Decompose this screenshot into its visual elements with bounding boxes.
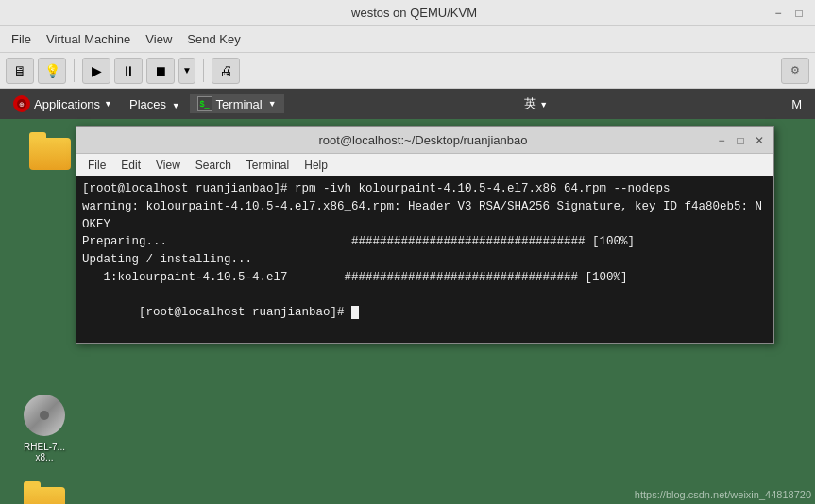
term-line-5: [root@localhost ruanjianbao]# [82, 287, 768, 340]
watermark: https://blog.csdn.net/weixin_44818720 [635, 489, 811, 500]
toolbar-right-spacer: ⚙ [781, 58, 809, 84]
terminal-minimize-button[interactable]: − [715, 134, 728, 147]
terminal-close-button[interactable]: ✕ [753, 134, 766, 147]
applications-chevron-icon: ▼ [104, 99, 112, 109]
cd-icon [22, 393, 67, 438]
terminal-maximize-button[interactable]: □ [734, 134, 747, 147]
toolbar-pause-button[interactable]: ⏸ [114, 58, 143, 84]
vm-titlebar: westos on QEMU/KVM − □ [0, 0, 815, 26]
term-menu-help[interactable]: Help [297, 157, 335, 174]
term-line-2: Preparing... ###########################… [82, 233, 768, 251]
toolbar-play-button[interactable]: ▶ [82, 58, 110, 84]
toolbar-extra-button[interactable]: ⚙ [781, 58, 809, 84]
terminal-icon: $_ [197, 96, 212, 111]
terminal-titlebar: root@localhost:~/Desktop/ruanjianbao − □… [76, 127, 773, 154]
terminal-title: root@localhost:~/Desktop/ruanjianbao [131, 133, 715, 147]
term-line-4: 1:kolourpaint-4.10.5-4.el7 #############… [82, 269, 768, 287]
term-menu-search[interactable]: Search [188, 157, 239, 174]
vm-title: westos on QEMU/KVM [57, 6, 772, 20]
terminal-menubar: File Edit View Search Terminal Help [76, 154, 773, 176]
desktop-icon-folder-2[interactable] [11, 478, 77, 504]
vm-menubar: File Virtual Machine View Send Key [0, 26, 815, 53]
panel-lang[interactable]: 英 ▼ [517, 93, 556, 114]
toolbar-sep-2 [203, 59, 204, 82]
lang-label: 英 [524, 96, 536, 110]
vm-menu-view[interactable]: View [138, 30, 179, 48]
terminal-window: root@localhost:~/Desktop/ruanjianbao − □… [76, 126, 774, 344]
guest-panel: ⊕ Applications ▼ Places ▼ $_ Terminal ▼ … [0, 89, 815, 119]
vm-maximize-button[interactable]: □ [792, 7, 806, 20]
vm-menu-file[interactable]: File [4, 30, 39, 48]
vm-menu-sendkey[interactable]: Send Key [179, 30, 247, 48]
terminal-label: Terminal [216, 97, 263, 111]
term-line-3: Updating / installing... [82, 251, 768, 269]
toolbar-stop-button[interactable]: ⏹ [146, 58, 175, 84]
term-menu-edit[interactable]: Edit [113, 157, 148, 174]
cd-disc [24, 395, 65, 436]
desktop-icon-folder-1[interactable] [17, 128, 83, 174]
panel-places-menu[interactable]: Places ▼ [122, 95, 188, 113]
panel-applications-menu[interactable]: ⊕ Applications ▼ [6, 93, 120, 114]
places-label: Places [129, 97, 166, 111]
desktop-icon-cd[interactable]: RHEL-7...x8... [11, 393, 77, 462]
vm-toolbar: 🖥 💡 ▶ ⏸ ⏹ ▼ 🖨 ⚙ [0, 53, 815, 89]
term-menu-view[interactable]: View [148, 157, 188, 174]
toolbar-sep-1 [74, 59, 75, 82]
svg-text:⊕: ⊕ [19, 101, 25, 108]
term-menu-terminal[interactable]: Terminal [239, 157, 297, 174]
toolbar-screen-button[interactable]: 🖥 [6, 58, 34, 84]
terminal-controls: − □ ✕ [715, 134, 766, 147]
term-line-1: warning: kolourpaint-4.10.5-4.el7.x86_64… [82, 198, 768, 234]
places-chevron-icon: ▼ [172, 101, 180, 110]
folder-icon-2 [22, 478, 67, 504]
panel-extra-label: M [791, 97, 802, 111]
term-line-0: [root@localhost ruanjianbao]# rpm -ivh k… [82, 180, 768, 198]
vm-window-controls: − □ [772, 7, 815, 20]
vm-menu-virtualmachine[interactable]: Virtual Machine [39, 30, 138, 48]
applications-label: Applications [34, 97, 100, 111]
folder-body [29, 138, 71, 170]
toolbar-dropdown-button[interactable]: ▼ [178, 58, 195, 84]
applications-icon: ⊕ [13, 95, 30, 112]
cd-label: RHEL-7...x8... [24, 442, 65, 462]
folder-body-2 [24, 487, 65, 504]
terminal-content[interactable]: [root@localhost ruanjianbao]# rpm -ivh k… [76, 176, 773, 343]
toolbar-screenshot-button[interactable]: 🖨 [212, 58, 240, 84]
folder-icon-1 [27, 128, 73, 174]
lang-chevron-icon: ▼ [539, 100, 548, 109]
desktop: RHEL-7...x8... root@localhost:~/Desktop/… [0, 119, 815, 504]
panel-extra[interactable]: M [788, 95, 809, 113]
terminal-cursor [351, 306, 359, 319]
terminal-chevron-icon: ▼ [268, 99, 277, 109]
term-menu-file[interactable]: File [80, 157, 113, 174]
panel-terminal-menu[interactable]: $_ Terminal ▼ [190, 94, 284, 113]
vm-minimize-button[interactable]: − [772, 7, 785, 20]
toolbar-bulb-button[interactable]: 💡 [38, 58, 66, 84]
